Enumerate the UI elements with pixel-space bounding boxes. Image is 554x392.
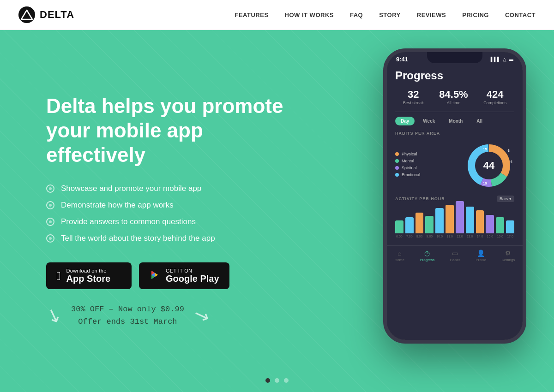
phone-notch bbox=[427, 52, 482, 63]
legend-dot-spiritual bbox=[395, 166, 399, 170]
bar-item: 13:0 bbox=[466, 207, 474, 238]
app-title: Progress bbox=[395, 69, 514, 82]
carousel-dots bbox=[265, 378, 289, 383]
bar-item: 10:0 bbox=[435, 208, 444, 238]
legend-dot-mental bbox=[395, 159, 399, 163]
arrow-right-icon: ↘ bbox=[190, 303, 212, 328]
nav-progress[interactable]: ◷ Progress bbox=[420, 249, 434, 262]
nav-links: FEATURES HOW IT WORKS FAQ STORY REVIEWS … bbox=[235, 11, 536, 19]
hero-title: Delta helps you promote your mobile app … bbox=[46, 94, 286, 167]
donut-label-emotional: 19 bbox=[483, 181, 487, 185]
google-play-button[interactable]: GET IT ON Google Play bbox=[139, 262, 229, 289]
navbar: DELTA FEATURES HOW IT WORKS FAQ STORY RE… bbox=[0, 0, 554, 30]
phone-mockup: 9:41 ▌▌▌ △ ▬ Progress 32 Best streak bbox=[383, 48, 526, 344]
nav-settings[interactable]: ⚙ Settings bbox=[501, 249, 515, 262]
nav-reviews[interactable]: REVIEWS bbox=[417, 12, 446, 18]
bars-container: 6:007:008:009:0010:011:012:013:014:015:0… bbox=[395, 206, 514, 238]
home-icon: ⌂ bbox=[397, 249, 401, 257]
tab-week[interactable]: Week bbox=[417, 117, 440, 125]
status-time: 9:41 bbox=[396, 56, 408, 63]
bottom-nav: ⌂ Home ◷ Progress ▭ Habits 👤 Profile bbox=[387, 245, 523, 267]
legend-emotional: Emotional bbox=[395, 172, 459, 177]
nav-pricing[interactable]: PRICING bbox=[462, 12, 489, 18]
divider bbox=[395, 112, 514, 112]
svg-marker-5 bbox=[155, 273, 158, 277]
signal-icon: ▌▌▌ bbox=[491, 57, 500, 62]
dot-1[interactable] bbox=[265, 378, 270, 383]
bar-item: 9:00 bbox=[425, 216, 434, 238]
stat-all-time: 84.5% All time bbox=[439, 89, 468, 105]
habits-row: Physical Mental Spiritual bbox=[395, 140, 514, 191]
bar-item: 8:00 bbox=[416, 213, 424, 238]
bar-item: 14:0 bbox=[476, 210, 484, 238]
activity-label: ACTIVITY PER HOUR bbox=[395, 196, 445, 201]
bullet-icon bbox=[46, 201, 54, 209]
play-icon bbox=[149, 269, 160, 282]
nav-habits[interactable]: ▭ Habits bbox=[450, 249, 461, 262]
bar-item: 12:0 bbox=[456, 201, 464, 238]
status-icons: ▌▌▌ △ ▬ bbox=[491, 57, 513, 62]
donut-label-physical: 15 bbox=[483, 147, 487, 151]
tab-all[interactable]: All bbox=[471, 117, 488, 125]
dot-2[interactable] bbox=[275, 378, 279, 383]
bullet-icon bbox=[46, 234, 54, 243]
tab-month[interactable]: Month bbox=[443, 117, 468, 125]
stat-completions: 424 Completions bbox=[483, 89, 506, 105]
google-play-text: GET IT ON Google Play bbox=[166, 268, 219, 284]
nav-home[interactable]: ⌂ Home bbox=[395, 249, 404, 262]
phone-vol-down bbox=[383, 119, 384, 142]
dot-3[interactable] bbox=[284, 378, 289, 383]
promo-text: 30% OFF – Now only $0.99 Offer ends 31st… bbox=[71, 303, 184, 328]
svg-point-0 bbox=[18, 6, 35, 23]
habits-icon: ▭ bbox=[452, 249, 458, 257]
logo-text: DELTA bbox=[40, 9, 74, 21]
phone-outer: 9:41 ▌▌▌ △ ▬ Progress 32 Best streak bbox=[383, 48, 526, 344]
bar-item: 16:0 bbox=[496, 217, 504, 238]
bar-item: 17:0 bbox=[506, 220, 514, 238]
nav-how-it-works[interactable]: HOW IT WORKS bbox=[285, 12, 334, 18]
logo-area: DELTA bbox=[18, 6, 74, 23]
donut-center-value: 44 bbox=[483, 160, 494, 172]
app-store-button[interactable]:  Download on the App Store bbox=[46, 262, 132, 289]
nav-contact[interactable]: CONTACT bbox=[505, 12, 536, 18]
legend-dot-physical bbox=[395, 152, 399, 156]
battery-icon: ▬ bbox=[509, 57, 513, 62]
app-content: Progress 32 Best streak 84.5% All time 4… bbox=[387, 65, 523, 243]
wifi-icon: △ bbox=[503, 57, 506, 62]
profile-icon: 👤 bbox=[477, 249, 485, 257]
bar-item: 7:00 bbox=[405, 217, 414, 238]
bullet-icon bbox=[46, 184, 54, 193]
apple-icon:  bbox=[56, 270, 61, 282]
phone-screen: 9:41 ▌▌▌ △ ▬ Progress 32 Best streak bbox=[387, 52, 523, 340]
legend-spiritual: Spiritual bbox=[395, 166, 459, 170]
bar-item: 6:00 bbox=[395, 220, 403, 238]
donut-chart: 44 15 6 4 19 bbox=[464, 140, 514, 191]
phone-power-btn bbox=[525, 112, 526, 140]
settings-icon: ⚙ bbox=[505, 249, 511, 257]
legend-dot-emotional bbox=[395, 173, 399, 177]
hero-section: Delta helps you promote your mobile app … bbox=[0, 30, 554, 392]
time-tabs: Day Week Month All bbox=[395, 117, 514, 125]
progress-icon: ◷ bbox=[424, 249, 430, 257]
stats-row: 32 Best streak 84.5% All time 424 Comple… bbox=[395, 89, 514, 105]
nav-story[interactable]: STORY bbox=[379, 12, 401, 18]
bullet-icon bbox=[46, 218, 54, 226]
nav-profile[interactable]: 👤 Profile bbox=[476, 249, 486, 262]
activity-header: ACTIVITY PER HOUR Bars ▾ bbox=[395, 196, 514, 202]
bar-item: 15:0 bbox=[486, 215, 494, 238]
phone-vol-up bbox=[383, 98, 384, 112]
arrow-left-icon: ↙ bbox=[43, 303, 65, 328]
nav-faq[interactable]: FAQ bbox=[350, 12, 363, 18]
bar-item: 11:0 bbox=[446, 205, 454, 238]
donut-label-mental: 6 bbox=[508, 148, 510, 153]
legend-physical: Physical bbox=[395, 152, 459, 156]
legend-mental: Mental bbox=[395, 159, 459, 163]
app-store-text: Download on the App Store bbox=[66, 268, 111, 284]
habits-legend: Physical Mental Spiritual bbox=[395, 152, 459, 179]
nav-features[interactable]: FEATURES bbox=[235, 12, 268, 18]
bars-selector[interactable]: Bars ▾ bbox=[497, 196, 514, 202]
tab-day[interactable]: Day bbox=[395, 117, 415, 125]
stat-best-streak: 32 Best streak bbox=[403, 89, 424, 105]
delta-logo-icon bbox=[18, 6, 35, 23]
donut-label-spiritual: 4 bbox=[511, 160, 512, 164]
